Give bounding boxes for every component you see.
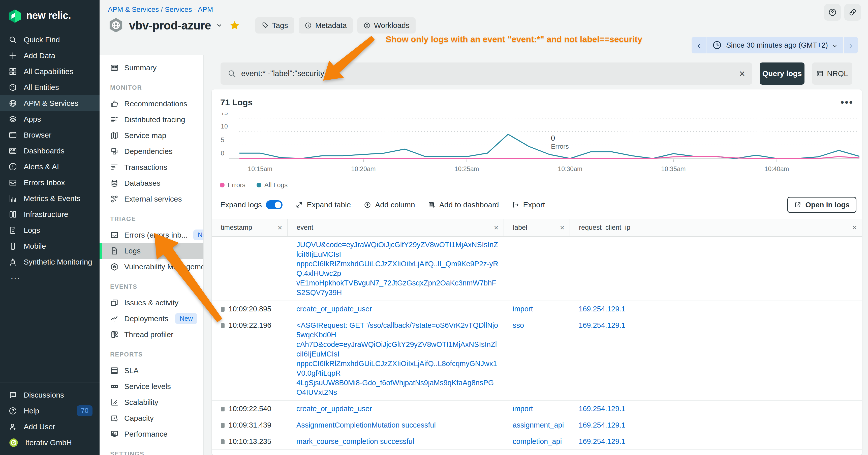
sidebar-item-synthetic-monitoring[interactable]: Synthetic Monitoring	[0, 254, 99, 270]
help-button[interactable]	[824, 4, 841, 21]
sidebar-item-all-entities[interactable]: All Entities	[0, 79, 99, 95]
cell-ip-link[interactable]: 169.254.129.1	[579, 421, 625, 429]
export-button[interactable]: Export	[512, 200, 545, 209]
subnav-item-distributed-tracing[interactable]: Distributed tracing	[99, 111, 204, 128]
table-row[interactable]: JUQVU&code=eyJraWQiOiJjcGltY29yZV8wOTI1M…	[212, 236, 862, 301]
table-row[interactable]: 10:10:13.235 mark_course_completion succ…	[212, 433, 862, 450]
cell-event-link[interactable]: AssignmentCompletionMutation successful	[297, 421, 436, 429]
newrelic-logo[interactable]: new relic.	[0, 0, 99, 24]
cell-label-link[interactable]: import	[513, 305, 533, 313]
cell-label-link[interactable]: completion_api	[513, 437, 562, 446]
cell-label-link[interactable]: sso	[513, 321, 524, 329]
table-row[interactable]: 10:09:22.540 create_or_update_user impor…	[212, 400, 862, 417]
subnav-item-databases[interactable]: Databases	[99, 175, 204, 191]
svg-text:10:15am: 10:15am	[248, 165, 272, 172]
cell-label-link[interactable]: assignment_api	[513, 454, 564, 455]
subnav-item-issues-activity[interactable]: Issues & activity	[99, 295, 204, 311]
sidebar-item-add-user[interactable]: Add User	[0, 419, 99, 434]
sidebar-item-help[interactable]: Help 70	[0, 403, 99, 419]
entity-chevron-down-icon[interactable]	[216, 22, 222, 29]
subnav-item-capacity[interactable]: Capacity	[99, 410, 204, 426]
tags-button[interactable]: Tags	[255, 18, 294, 33]
clear-search-icon[interactable]: ×	[739, 68, 745, 78]
sidebar-item-dashboards[interactable]: Dashboards	[0, 143, 99, 159]
sidebar-item-all-capabilities[interactable]: All Capabilities	[0, 64, 99, 79]
metadata-button[interactable]: Metadata	[299, 18, 353, 33]
cell-event-link[interactable]: <ASGIRequest: GET '/sso/callback/?state=…	[297, 321, 498, 396]
sidebar-item-apps[interactable]: Apps	[0, 111, 99, 127]
sidebar-item-add-data[interactable]: Add Data	[0, 47, 99, 64]
subnav-item-scalability[interactable]: Scalability	[99, 394, 204, 410]
subnav-item-summary[interactable]: Summary	[99, 60, 204, 75]
cell-ip-link[interactable]: 169.254.129.1	[579, 454, 625, 455]
open-in-logs-button[interactable]: Open in logs	[787, 197, 857, 213]
add-column-button[interactable]: Add column	[364, 200, 415, 209]
sidebar-item-errors-inbox[interactable]: Errors Inbox	[0, 174, 99, 191]
subnav-item-dependencies[interactable]: Dependencies	[99, 143, 204, 159]
sidebar-item-quick-find[interactable]: Quick Find	[0, 32, 99, 47]
cell-event-link[interactable]: JUQVU&code=eyJraWQiOiJjcGltY29yZV8wOTI1M…	[297, 240, 498, 296]
subnav-item-logs[interactable]: Logs	[99, 243, 204, 259]
sidebar-item-mobile[interactable]: Mobile	[0, 238, 99, 254]
cell-event-link[interactable]: create_or_update_user	[297, 404, 372, 413]
query-logs-button[interactable]: Query logs	[760, 63, 805, 85]
breadcrumb-apm-services[interactable]: APM & Services	[108, 5, 159, 13]
time-range-button[interactable]: Since 30 minutes ago (GMT+2)	[707, 37, 843, 54]
sidebar-item-metrics-events[interactable]: Metrics & Events	[0, 191, 99, 206]
copy-link-button[interactable]	[844, 4, 861, 21]
subnav-item-vulnerability-management[interactable]: Vulnerability Management	[99, 259, 204, 274]
more-menu-icon[interactable]: •••	[840, 100, 854, 104]
cell-ip-link[interactable]: 169.254.129.1	[579, 321, 625, 329]
remove-ip-column-icon[interactable]: ×	[852, 223, 857, 232]
sidebar-item-apm-services[interactable]: APM & Services	[0, 95, 99, 111]
cell-label-link[interactable]: assignment_api	[513, 421, 564, 429]
logs-search-input[interactable]: event:* -"label":"security" ×	[220, 63, 752, 85]
toggle-on-icon[interactable]	[266, 200, 282, 209]
cell-ip-link[interactable]: 169.254.129.1	[579, 305, 625, 313]
cell-event-link[interactable]: AssignmentCompletionMutation successful	[297, 454, 436, 455]
expand-logs-toggle[interactable]: Expand logs	[220, 200, 282, 209]
map-icon	[110, 131, 119, 140]
sidebar-item-account[interactable]: Iterativ GmbH	[0, 434, 99, 451]
cell-ip-link[interactable]: 169.254.129.1	[579, 437, 625, 446]
shield-lock-icon	[110, 262, 119, 271]
table-row[interactable]: 10:09:31.439 AssignmentCompletionMutatio…	[212, 417, 862, 433]
workloads-button[interactable]: Workloads	[358, 18, 415, 33]
legend-errors[interactable]: Errors	[220, 181, 246, 189]
sidebar-item-infrastructure[interactable]: Infrastructure	[0, 206, 99, 222]
remove-timestamp-column-icon[interactable]: ×	[278, 223, 282, 232]
time-forward-button[interactable]: ›	[844, 37, 858, 54]
sidebar-item-discussions[interactable]: Discussions	[0, 387, 99, 403]
subnav-item-deployments[interactable]: Deployments New	[99, 311, 204, 326]
cell-ip-link[interactable]: 169.254.129.1	[579, 404, 625, 413]
cell-label-link[interactable]: import	[513, 404, 533, 413]
logs-chart[interactable]: 05101510:15am10:20am10:25am10:30am10:35a…	[212, 112, 862, 176]
add-to-dashboard-button[interactable]: Add to dashboard	[428, 200, 499, 209]
sidebar-item-browser[interactable]: Browser	[0, 127, 99, 143]
remove-event-column-icon[interactable]: ×	[494, 223, 498, 232]
subnav-item-errors-inbox[interactable]: Errors (errors inb... New	[99, 227, 204, 243]
table-row[interactable]: 10:09:22.196 <ASGIRequest: GET '/sso/cal…	[212, 317, 862, 400]
time-back-button[interactable]: ‹	[691, 37, 706, 54]
remove-label-column-icon[interactable]: ×	[560, 223, 564, 232]
nrql-button[interactable]: NRQL	[812, 63, 852, 85]
sidebar-more-ellipsis[interactable]: …	[0, 270, 99, 285]
subnav-item-recommendations[interactable]: Recommendations	[99, 96, 204, 111]
expand-table-button[interactable]: Expand table	[296, 200, 351, 209]
subnav-item-service-levels[interactable]: Service levels	[99, 379, 204, 394]
cell-event-link[interactable]: create_or_update_user	[297, 305, 372, 313]
subnav-item-thread-profiler[interactable]: Thread profiler	[99, 326, 204, 343]
subnav-item-external-services[interactable]: External services	[99, 191, 204, 207]
subnav-item-service-map[interactable]: Service map	[99, 128, 204, 143]
sidebar-item-alerts-ai[interactable]: Alerts & AI	[0, 159, 99, 174]
table-row[interactable]: 10:09:20.895 create_or_update_user impor…	[212, 301, 862, 317]
breadcrumb-services-apm[interactable]: Services - APM	[165, 5, 213, 13]
sidebar-item-logs[interactable]: Logs	[0, 222, 99, 238]
legend-all-logs[interactable]: All Logs	[256, 181, 288, 189]
cell-event-link[interactable]: mark_course_completion successful	[297, 437, 414, 446]
favorite-star-icon[interactable]	[229, 20, 240, 31]
subnav-item-performance[interactable]: Performance	[99, 426, 204, 442]
subnav-item-sla[interactable]: SLA	[99, 362, 204, 379]
table-row[interactable]: 10:10:14.094 AssignmentCompletionMutatio…	[212, 450, 862, 455]
subnav-item-transactions[interactable]: Transactions	[99, 159, 204, 175]
